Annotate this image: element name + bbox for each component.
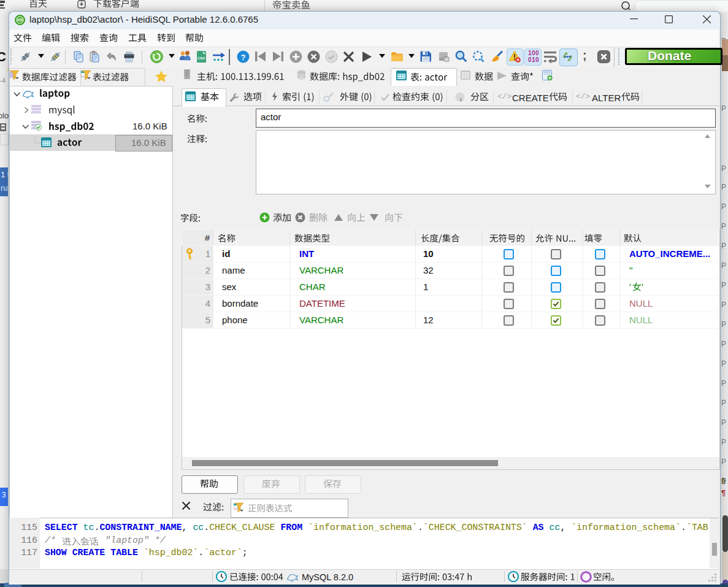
svg-text:CSV: CSV bbox=[197, 56, 205, 60]
svg-text:?: ? bbox=[241, 53, 246, 62]
svg-text:HS: HS bbox=[17, 18, 23, 22]
